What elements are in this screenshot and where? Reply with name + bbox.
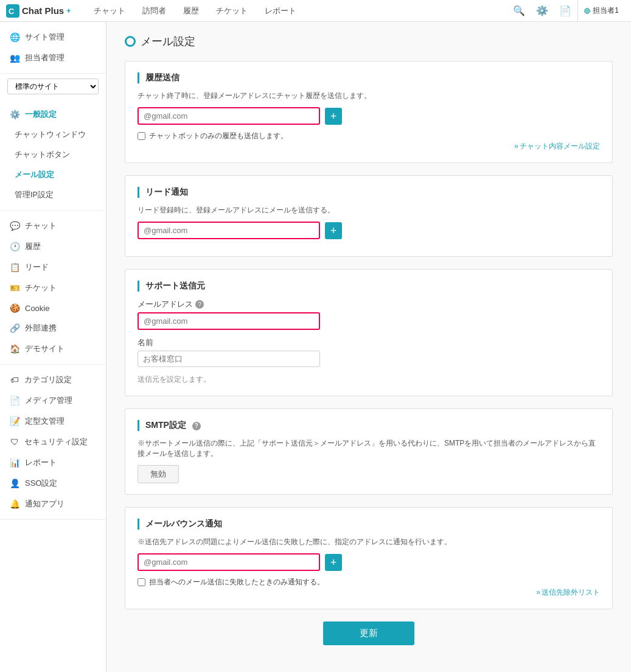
nav-items: チャット 訪問者 履歴 チケット レポート (85, 0, 508, 22)
document-icon[interactable]: 📄 (554, 0, 576, 22)
lead-email-input[interactable] (138, 222, 320, 239)
sidebar-sub-chat-button[interactable]: チャットボタン (0, 145, 106, 165)
sidebar-label-history: 履歴 (25, 241, 41, 252)
sidebar-item-sso[interactable]: 👤 SSO設定 (0, 473, 106, 494)
support-name-group: 名前 (138, 337, 600, 367)
notify-icon: 🔔 (10, 499, 20, 509)
section-title-support: サポート送信元 (138, 281, 600, 292)
history-email-row: + (138, 107, 600, 125)
update-button[interactable]: 更新 (323, 621, 414, 645)
lead-desc: リード登録時に、登録メールアドレスにメールを送信する。 (138, 205, 600, 215)
sidebar-item-security[interactable]: 🛡 セキュリティ設定 (0, 432, 106, 452)
sidebar-item-general-settings[interactable]: ⚙️ 一般設定 (0, 104, 106, 125)
history-chatbot-checkbox[interactable] (138, 132, 145, 140)
sidebar-item-lead[interactable]: 📋 リード (0, 257, 106, 278)
nav-visitor[interactable]: 訪問者 (134, 0, 175, 22)
site-selector: 標準のサイト (0, 74, 106, 99)
layout: 🌐 サイト管理 👥 担当者管理 標準のサイト ⚙️ 一般設定 チャットウィンドウ… (0, 22, 631, 672)
sidebar-item-notify[interactable]: 🔔 通知アプリ (0, 494, 106, 514)
support-email-label: メールアドレス ? (138, 299, 600, 310)
sidebar-item-agent-management[interactable]: 👥 担当者管理 (0, 47, 106, 68)
page-title-row: メール設定 (125, 34, 613, 49)
page-title: メール設定 (141, 34, 195, 49)
bounce-checkbox[interactable] (138, 578, 145, 586)
history-icon: 🕐 (10, 242, 20, 251)
site-select-dropdown[interactable]: 標準のサイト (7, 79, 99, 94)
sidebar-item-media[interactable]: 📄 メディア管理 (0, 390, 106, 411)
sidebar-label-notify: 通知アプリ (25, 499, 64, 509)
sidebar-label-chat-window: チャットウィンドウ (15, 130, 86, 140)
sidebar-item-category[interactable]: 🏷 カテゴリ設定 (0, 369, 106, 390)
history-checkbox-label: チャットボットのみの履歴も送信します。 (149, 131, 288, 141)
lead-icon: 📋 (10, 262, 20, 272)
bounce-checkbox-row: 担当者へのメール送信に失敗したときのみ通知する。 (138, 577, 600, 587)
sidebar-label-category: カテゴリ設定 (24, 374, 72, 385)
lead-add-button[interactable]: + (325, 222, 342, 239)
external-icon: 🔗 (10, 323, 20, 333)
sidebar-label-chat-button: チャットボタン (15, 150, 70, 160)
help-icon[interactable]: ? (195, 300, 204, 309)
nav-icons: 🔍 ⚙️ 📄 担当者1 (508, 0, 625, 22)
bounce-link[interactable]: 送信先除外リスト (536, 588, 600, 597)
nav-report[interactable]: レポート (256, 0, 305, 22)
smtp-help-icon[interactable]: ? (192, 422, 201, 430)
cookie-icon: 🍪 (10, 303, 20, 313)
sidebar-item-demo[interactable]: 🏠 デモサイト (0, 338, 106, 359)
lead-email-row: + (138, 222, 600, 239)
agent-badge[interactable]: 担当者1 (577, 0, 625, 22)
sidebar-item-history[interactable]: 🕐 履歴 (0, 236, 106, 257)
sidebar-item-site-management[interactable]: 🌐 サイト管理 (0, 27, 106, 47)
smtp-desc: ※サポートメール送信の際に、上記「サポート送信元＞メールアドレス」を用いる代わり… (138, 438, 600, 459)
sidebar-sub-mail-settings[interactable]: メール設定 (0, 165, 106, 185)
bounce-desc: ※送信先アドレスの問題によりメール送信に失敗した際に、指定のアドレスに通知を行い… (138, 537, 600, 547)
sidebar-label-media: メディア管理 (25, 395, 72, 406)
sso-icon: 👤 (10, 478, 20, 488)
media-icon: 📄 (10, 396, 20, 405)
top-nav: C Chat Plus+ チャット 訪問者 履歴 チケット レポート 🔍 ⚙️ … (0, 0, 631, 22)
section-title-lead: リード通知 (138, 187, 600, 198)
main-content: メール設定 履歴送信 チャット終了時に、登録メールアドレスにチャット履歴を送信し… (106, 22, 631, 672)
nav-ticket[interactable]: チケット (207, 0, 256, 22)
history-link-row: チャット内容メール設定 (138, 141, 600, 152)
support-name-input[interactable] (138, 351, 320, 367)
support-name-label: 名前 (138, 337, 600, 348)
agent-status-dot (584, 8, 590, 14)
page-title-circle (125, 36, 136, 47)
sidebar-sub-ip-settings[interactable]: 管理IP設定 (0, 185, 106, 205)
sidebar-item-chat[interactable]: 💬 チャット (0, 215, 106, 236)
sidebar-sub-chat-window[interactable]: チャットウィンドウ (0, 125, 106, 145)
bounce-email-input[interactable] (138, 553, 320, 571)
app-plus: + (66, 7, 71, 15)
support-email-input[interactable] (138, 312, 320, 330)
history-add-button[interactable]: + (325, 108, 342, 125)
history-link[interactable]: チャット内容メール設定 (514, 142, 600, 150)
nav-history[interactable]: 履歴 (175, 0, 207, 22)
sidebar-label-template: 定型文管理 (25, 416, 64, 427)
search-icon[interactable]: 🔍 (508, 0, 530, 22)
agent-name: 担当者1 (593, 5, 619, 16)
sidebar-item-template[interactable]: 📝 定型文管理 (0, 411, 106, 432)
sidebar-label-security: セキュリティ設定 (24, 436, 88, 447)
sidebar-label-lead: リード (25, 262, 49, 273)
sidebar-general-section: ⚙️ 一般設定 チャットウィンドウ チャットボタン メール設定 管理IP設定 (0, 99, 106, 211)
sidebar-item-cookie[interactable]: 🍪 Cookie (0, 298, 106, 318)
gear-icon: ⚙️ (10, 110, 20, 119)
sidebar-label-chat: チャット (25, 220, 57, 231)
smtp-status-button[interactable]: 無効 (138, 465, 179, 483)
ticket-icon: 🎫 (10, 283, 20, 293)
settings-icon[interactable]: ⚙️ (531, 0, 553, 22)
sidebar-item-ticket[interactable]: 🎫 チケット (0, 278, 106, 298)
bounce-email-row: + (138, 553, 600, 571)
sidebar-top-section: 🌐 サイト管理 👥 担当者管理 (0, 22, 106, 74)
history-email-input[interactable] (138, 107, 320, 125)
sidebar-item-external[interactable]: 🔗 外部連携 (0, 318, 106, 338)
sidebar-label-mail-settings: メール設定 (15, 170, 54, 180)
sidebar-label-ticket: チケット (25, 282, 57, 293)
globe-icon: 🌐 (10, 32, 20, 42)
bounce-add-button[interactable]: + (325, 554, 342, 571)
section-support: サポート送信元 メールアドレス ? 名前 送信元を設定します。 (125, 269, 613, 396)
svg-text:C: C (9, 7, 15, 16)
sidebar-item-report[interactable]: 📊 レポート (0, 452, 106, 473)
nav-chat[interactable]: チャット (85, 0, 134, 22)
category-icon: 🏷 (10, 375, 19, 385)
